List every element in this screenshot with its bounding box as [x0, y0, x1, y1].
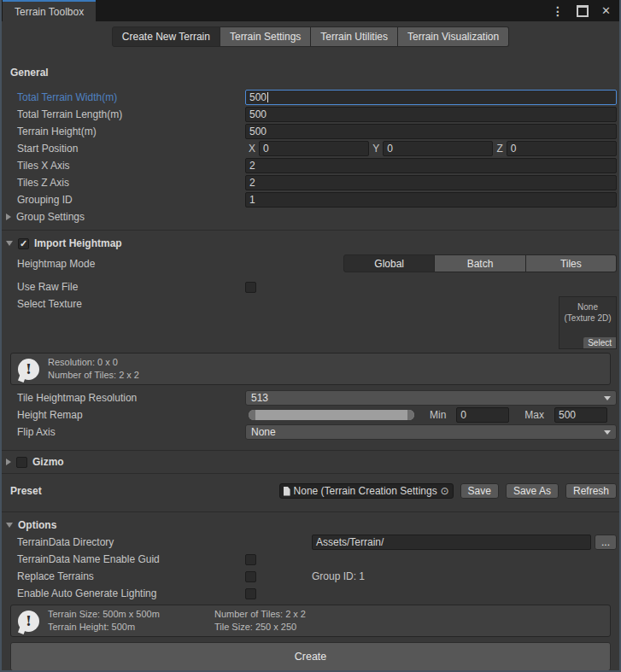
foldout-collapsed-icon [6, 213, 11, 220]
resolution-info: Resolution: 0 x 0 [48, 356, 139, 369]
tab-terrain-utilities[interactable]: Terrain Utilities [311, 26, 398, 47]
dropdown-value: 513 [251, 392, 268, 404]
tiles-z-axis-input[interactable]: 2 [245, 175, 617, 190]
tile-size-text: Tile Size: 250 x 250 [214, 621, 306, 634]
field-value: 0 [387, 143, 393, 155]
tiles-x-axis-label: Tiles X Axis [2, 160, 245, 172]
replace-terrains-checkbox[interactable] [245, 571, 256, 582]
field-row-grouping-id: Grouping ID 1 [2, 192, 617, 207]
group-settings-foldout[interactable]: Group Settings [2, 209, 617, 225]
texture-object-field[interactable]: None (Texture 2D) Select [559, 296, 617, 349]
gizmo-checkbox[interactable] [16, 457, 27, 468]
terraindata-directory-input[interactable]: Assets/Terrain/ [312, 535, 591, 550]
heightmap-mode-tiles-button[interactable]: Tiles [526, 254, 617, 272]
field-value: 500 [559, 409, 576, 421]
tab-label: Terrain Settings [230, 31, 301, 43]
dropdown-value: None [251, 426, 276, 438]
field-value: 0 [460, 409, 466, 421]
preset-object-field[interactable]: None (Terrain Creation Settings ⊙ [279, 483, 454, 499]
height-remap-label: Height Remap [2, 409, 245, 421]
window-menu-icon[interactable]: ⋮ [552, 5, 564, 17]
enable-auto-generate-lighting-checkbox[interactable] [245, 588, 256, 599]
axis-z-label: Z [496, 143, 502, 155]
enable-auto-generate-lighting-label: Enable Auto Generate Lighting [2, 587, 245, 599]
start-position-x-input[interactable]: 0 [259, 141, 369, 156]
terrain-summary-box: Terrain Size: 500m x 500m Terrain Height… [10, 605, 611, 637]
texture-none-line1: None [559, 301, 616, 313]
start-position-z-input[interactable]: 0 [507, 141, 617, 156]
height-remap-slider[interactable] [249, 410, 414, 420]
heightmap-mode-global-button[interactable]: Global [343, 254, 435, 272]
grouping-id-input[interactable]: 1 [245, 192, 617, 207]
preset-save-button[interactable]: Save [460, 483, 499, 499]
create-button[interactable]: Create [10, 642, 611, 671]
preset-save-as-button[interactable]: Save As [506, 483, 559, 499]
tile-heightmap-resolution-label: Tile Heightmap Resolution [2, 392, 245, 404]
select-texture-row: Select Texture None (Texture 2D) Select [2, 296, 617, 351]
tile-heightmap-resolution-dropdown[interactable]: 513 [245, 390, 617, 406]
tiles-x-axis-input[interactable]: 2 [245, 158, 617, 173]
object-picker-icon[interactable]: ⊙ [439, 485, 451, 497]
tab-label: Terrain Visualization [407, 31, 499, 43]
use-raw-file-checkbox[interactable] [245, 282, 256, 293]
preset-row: Preset None (Terrain Creation Settings ⊙… [2, 482, 617, 500]
foldout-collapsed-icon[interactable] [6, 459, 11, 465]
field-value: 1 [249, 194, 255, 206]
terrain-height-text: Terrain Height: 500m [48, 621, 214, 634]
terraindata-directory-label: TerrainData Directory [2, 536, 245, 548]
flip-axis-dropdown[interactable]: None [245, 424, 617, 440]
preset-refresh-button[interactable]: Refresh [565, 483, 617, 499]
browse-directory-button[interactable]: ... [595, 535, 617, 550]
foldout-expanded-icon[interactable] [6, 523, 13, 528]
height-remap-max-input[interactable]: 500 [554, 407, 607, 423]
tab-label: Create New Terrain [122, 31, 210, 43]
terrain-height-input[interactable]: 500 [245, 124, 617, 139]
tab-terrain-settings[interactable]: Terrain Settings [220, 26, 311, 47]
tab-terrain-visualization[interactable]: Terrain Visualization [398, 26, 509, 47]
tiles-info: Number of Tiles: 2 x 2 [48, 369, 139, 382]
group-settings-label: Group Settings [16, 211, 85, 223]
field-value: 500 [249, 126, 267, 137]
field-row-total-terrain-width: Total Terrain Width(m) 500 [2, 90, 617, 105]
field-value: 2 [249, 160, 255, 172]
heightmap-mode-batch-button[interactable]: Batch [435, 254, 525, 272]
chevron-down-icon [604, 430, 611, 435]
texture-select-button[interactable]: Select [583, 337, 616, 348]
field-value: 500 [249, 108, 267, 120]
options-header: Options [2, 517, 617, 533]
titlebar: Terrain Toolbox ⋮ ✕ [2, 0, 619, 21]
texture-none-label: None (Texture 2D) [559, 297, 616, 337]
height-remap-row: Height Remap Min 0 Max 500 [2, 407, 617, 423]
section-separator [2, 511, 619, 512]
maximize-icon[interactable] [577, 5, 589, 17]
min-label: Min [430, 409, 446, 421]
field-value: 0 [263, 143, 269, 155]
height-remap-min-input[interactable]: 0 [456, 407, 509, 423]
grouping-id-label: Grouping ID [2, 194, 245, 206]
flip-axis-label: Flip Axis [2, 426, 245, 438]
total-terrain-width-label: Total Terrain Width(m) [2, 91, 245, 103]
info-icon [18, 611, 39, 632]
field-row-tiles-x: Tiles X Axis 2 [2, 158, 617, 173]
field-value: 2 [249, 177, 255, 189]
start-position-y-input[interactable]: 0 [383, 141, 493, 156]
total-terrain-width-input[interactable]: 500 [245, 90, 617, 105]
summary-column-left: Terrain Size: 500m x 500m Terrain Height… [48, 608, 214, 634]
terraindata-name-enable-guid-checkbox[interactable] [245, 554, 256, 565]
field-row-tiles-z: Tiles Z Axis 2 [2, 175, 617, 190]
preset-object-value: None (Terrain Creation Settings [294, 485, 439, 497]
preset-label: Preset [2, 485, 279, 497]
window-tab-title: Terrain Toolbox [15, 6, 84, 18]
import-heightmap-checkbox[interactable] [18, 238, 29, 249]
window-tab[interactable]: Terrain Toolbox [3, 0, 96, 21]
foldout-expanded-icon[interactable] [6, 241, 13, 246]
texture-none-line2: (Texture 2D) [559, 313, 616, 324]
mode-label: Tiles [560, 258, 582, 270]
close-icon[interactable]: ✕ [601, 5, 611, 16]
tab-create-new-terrain[interactable]: Create New Terrain [112, 26, 220, 47]
select-texture-label: Select Texture [2, 296, 245, 310]
terraindata-directory-row: TerrainData Directory Assets/Terrain/ ..… [2, 535, 617, 550]
number-of-tiles-text: Number of Tiles: 2 x 2 [214, 608, 306, 621]
terrain-toolbox-window: Terrain Toolbox ⋮ ✕ Create New Terrain T… [0, 0, 621, 672]
total-terrain-length-input[interactable]: 500 [245, 107, 617, 122]
